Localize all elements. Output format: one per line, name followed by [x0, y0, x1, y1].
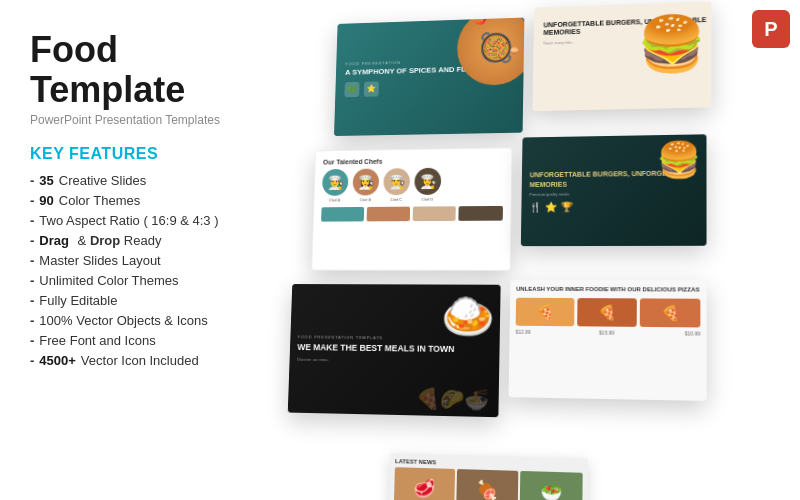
slides-area: FOOD PRESENTATION A SYMPHONY OF SPICES A…	[293, 0, 800, 500]
chef-avatar-3: 👨‍🍳	[383, 168, 410, 195]
feature-text-10: Vector Icon Included	[81, 353, 199, 368]
price-3: $10.99	[685, 330, 701, 336]
slide-4-icon-2: ⭐	[545, 201, 557, 212]
feature-text-2: Color Themes	[59, 193, 140, 208]
chef-name-2: Chef B	[360, 197, 372, 202]
dash-icon-3: -	[30, 213, 34, 228]
feature-highlight-10: 4500+	[39, 353, 76, 368]
scatter-2: 🧅	[509, 46, 519, 55]
info-bar-1	[321, 207, 364, 222]
slide-1-icons: 🌿 ⭐	[344, 78, 492, 97]
pizza-item-2: 🍕	[577, 298, 637, 327]
dash-icon-6: -	[30, 273, 34, 288]
slide-6-heading: UNLEASH YOUR INNER FOODIE WITH OUR DELIC…	[516, 286, 700, 295]
dash-icon-7: -	[30, 293, 34, 308]
feature-highlight-1: 35	[39, 173, 53, 188]
info-bar-3	[412, 206, 456, 221]
left-panel: Food Template PowerPoint Presentation Te…	[0, 0, 310, 500]
dash-icon-5: -	[30, 253, 34, 268]
slide-news: LATEST NEWS 🥩 🍖 🥗	[389, 453, 588, 500]
news-img-1: 🥩	[394, 467, 455, 500]
chef-item-4: 👩‍🍳 Chef D	[414, 168, 441, 202]
feature-text-3: Two Aspect Ratio ( 16:9 & 4:3 )	[39, 213, 218, 228]
feature-text-9: Free Font and Icons	[39, 333, 155, 348]
page-subtitle: PowerPoint Presentation Templates	[30, 113, 280, 127]
info-bar-2	[366, 207, 409, 222]
feature-text-4: & Drop Ready	[74, 233, 161, 248]
dash-icon-9: -	[30, 333, 34, 348]
slide-3-inner: Our Talented Chefs 👨‍🍳 Chef A 👩‍🍳 Chef B…	[312, 148, 512, 270]
feature-item-3: - Two Aspect Ratio ( 16:9 & 4:3 )	[30, 213, 280, 228]
feature-highlight-2: 90	[39, 193, 53, 208]
slide-card-2: UNFORGETTABLE BURGERS, UNFORGETTABLE MEM…	[533, 1, 712, 111]
chef-item-2: 👩‍🍳 Chef B	[352, 169, 379, 203]
slide-news-inner: LATEST NEWS 🥩 🍖 🥗	[389, 453, 588, 500]
news-img-3: 🥗	[520, 471, 583, 500]
slide-5-label: FOOD PRESENTATION TEMPLATE	[298, 334, 455, 341]
slide-2-inner: UNFORGETTABLE BURGERS, UNFORGETTABLE MEM…	[533, 1, 712, 111]
slide-3-info	[321, 206, 503, 222]
slide-5-inner: FOOD PRESENTATION TEMPLATE WE MAKE THE B…	[288, 284, 501, 417]
ppt-icon: P	[764, 18, 777, 41]
feature-item-5: - Master Slides Layout	[30, 253, 280, 268]
slide-1-icon-2: ⭐	[364, 81, 379, 96]
right-panel: P FOOD PRESENTATION A SYMPHONY OF SPICES…	[310, 0, 800, 500]
scatter-1: 🌶️	[475, 18, 487, 25]
chef-name-4: Chef D	[421, 197, 433, 202]
slide-4-subtext: Premium quality meals	[529, 190, 698, 197]
chef-name-1: Chef A	[329, 198, 340, 203]
slide-4-icon-1: 🍴	[529, 201, 541, 212]
slide-4-icons: 🍴 ⭐ 🏆	[529, 200, 698, 212]
dash-icon-8: -	[30, 313, 34, 328]
slide-5-food-emoji: 🍛	[440, 289, 495, 342]
slide-3-heading: Our Talented Chefs	[323, 156, 504, 165]
dash-icon: -	[30, 173, 34, 188]
slide-card-5: FOOD PRESENTATION TEMPLATE WE MAKE THE B…	[288, 284, 501, 417]
feature-item-2: - 90 Color Themes	[30, 193, 280, 208]
feature-item-1: - 35 Creative Slides	[30, 173, 280, 188]
info-bar-4	[459, 206, 503, 221]
feature-item-9: - Free Font and Icons	[30, 333, 280, 348]
slide-1-icon-1: 🌿	[344, 82, 359, 97]
slide-card-3: Our Talented Chefs 👨‍🍳 Chef A 👩‍🍳 Chef B…	[311, 147, 513, 271]
slide-1-food-emoji: 🥘	[477, 30, 513, 64]
feature-text-8: 100% Vector Objects & Icons	[39, 313, 207, 328]
dash-icon-4: -	[30, 233, 34, 248]
feature-text-1: Creative Slides	[59, 173, 146, 188]
feature-item-10: - 4500+ Vector Icon Included	[30, 353, 280, 368]
feature-item-8: - 100% Vector Objects & Icons	[30, 313, 280, 328]
pizza-item-1: 🍕	[516, 298, 575, 327]
feature-item-4: - Drag & Drop Ready	[30, 233, 280, 248]
slide-5-heading: WE MAKE THE BEST MEALS IN TOWN	[297, 342, 454, 355]
price-2: $15.99	[599, 329, 614, 335]
slide-4-inner: UNFORGETTABLE BURGERS, UNFORGETTABLE MEM…	[521, 134, 707, 246]
slide-card-1: FOOD PRESENTATION A SYMPHONY OF SPICES A…	[334, 18, 524, 136]
key-features-label: KEY FEATURES	[30, 145, 280, 163]
feature-list: - 35 Creative Slides - 90 Color Themes -…	[30, 173, 280, 368]
slide-1-inner: FOOD PRESENTATION A SYMPHONY OF SPICES A…	[334, 18, 524, 136]
feature-highlight-4: Drag	[39, 233, 69, 248]
slide-2-food-emoji: 🍔	[637, 11, 706, 76]
slide-4-food-emoji: 🍔	[657, 139, 702, 180]
slide-4-text: UNFORGETTABLE BURGERS, UNFORGETTABLE MEM…	[529, 169, 698, 212]
slide-4-heading: UNFORGETTABLE BURGERS, UNFORGETTABLE MEM…	[530, 169, 699, 189]
slide-card-6: UNLEASH YOUR INNER FOODIE WITH OUR DELIC…	[509, 280, 707, 401]
chef-avatar-1: 👨‍🍳	[322, 169, 349, 196]
feature-text-7: Fully Editable	[39, 293, 117, 308]
slide-5-subtext: Discover our menu	[297, 357, 454, 364]
chef-name-3: Chef C	[390, 197, 402, 202]
pizza-item-3: 🍕	[640, 298, 701, 327]
ppt-badge: P	[752, 10, 790, 48]
feature-text-5: Master Slides Layout	[39, 253, 160, 268]
chefs-row: 👨‍🍳 Chef A 👩‍🍳 Chef B 👨‍🍳 Chef C	[322, 167, 504, 203]
news-grid: 🥩 🍖 🥗	[394, 467, 583, 500]
main-container: Food Template PowerPoint Presentation Te…	[0, 0, 800, 500]
news-img-2: 🍖	[456, 469, 518, 500]
chef-item-1: 👨‍🍳 Chef A	[322, 169, 349, 203]
chef-avatar-4: 👩‍🍳	[414, 168, 441, 195]
slide-5-text: FOOD PRESENTATION TEMPLATE WE MAKE THE B…	[297, 334, 455, 364]
slide-6-inner: UNLEASH YOUR INNER FOODIE WITH OUR DELIC…	[509, 280, 707, 401]
pizza-grid: 🍕 🍕 🍕	[516, 298, 701, 328]
slide-card-4: UNFORGETTABLE BURGERS, UNFORGETTABLE MEM…	[521, 134, 707, 246]
chef-item-3: 👨‍🍳 Chef C	[383, 168, 410, 202]
